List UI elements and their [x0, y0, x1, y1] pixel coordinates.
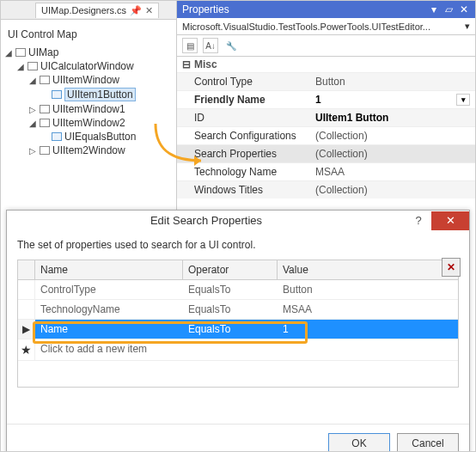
prop-row-friendlyname[interactable]: Friendly Name1▾ — [177, 90, 475, 108]
file-tab[interactable]: UIMap.Designers.cs 📌 ✕ — [35, 3, 159, 18]
properties-pane: Properties ▾ ▱ ✕ Microsoft.VisualStudio.… — [177, 1, 475, 210]
tree-node-equalsbutton[interactable]: UIEqualsButton — [40, 130, 176, 144]
table-row-selected[interactable]: ▶ Name EqualsTo 1 — [18, 320, 458, 339]
ui-control-tree: ◢UIMap ◢UICalculatorWindow ◢UIItemWindow… — [1, 44, 176, 159]
tree-node-itemwindow2[interactable]: ◢UIItemWindow2 — [28, 116, 176, 130]
edit-search-properties-dialog: Edit Search Properties ? ✕ The set of pr… — [6, 210, 470, 452]
dropdown-icon[interactable]: ▾ — [428, 3, 440, 15]
prop-row-searchconfig[interactable]: Search Configurations(Collection) — [177, 126, 475, 144]
tree-node-uimap[interactable]: ◢UIMap — [4, 46, 176, 59]
tab-filename: UIMap.Designers.cs — [41, 5, 126, 15]
table-row[interactable]: TechnologyName EqualsTo MSAA — [18, 300, 458, 320]
map-icon — [15, 48, 26, 57]
window-icon — [40, 76, 50, 84]
collapse-icon[interactable]: ◢ — [16, 62, 25, 70]
close-button[interactable]: ✕ — [431, 211, 469, 230]
window-icon — [27, 62, 38, 70]
tree-node-window[interactable]: ◢UICalculatorWindow — [16, 59, 176, 73]
prop-row-wintitles[interactable]: Windows Titles(Collection) — [177, 180, 475, 199]
column-operator[interactable]: Operator — [183, 260, 278, 279]
dialog-description: The set of properties used to search for… — [17, 239, 459, 251]
window-icon — [40, 105, 50, 113]
button-icon — [52, 132, 62, 141]
prop-row-controltype[interactable]: Control TypeButton — [177, 72, 475, 90]
dropdown-icon[interactable]: ▾ — [456, 94, 470, 106]
close-icon[interactable]: ✕ — [145, 5, 153, 16]
row-selector-icon: ▶ — [18, 320, 35, 339]
categorize-icon[interactable]: ▤ — [182, 38, 198, 53]
pin-icon[interactable]: 📌 — [130, 5, 142, 16]
collapse-icon[interactable]: ◢ — [28, 76, 37, 84]
star-icon: ★ — [21, 343, 32, 357]
properties-subtitle: Microsoft.VisualStudio.TestTools.PowerTo… — [177, 18, 475, 35]
collapse-icon[interactable]: ⊟ — [182, 58, 191, 70]
blank-icon — [40, 90, 49, 99]
close-icon[interactable]: ✕ — [458, 3, 470, 15]
delete-icon: ✕ — [447, 261, 455, 273]
sort-icon[interactable]: A↓ — [203, 38, 218, 53]
properties-grid: ⊟Misc Control TypeButton Friendly Name1▾… — [177, 57, 475, 199]
delete-button[interactable]: ✕ — [442, 258, 461, 277]
category-misc[interactable]: ⊟Misc — [177, 57, 475, 72]
window-icon — [40, 119, 50, 127]
blank-icon — [40, 132, 49, 141]
window-icon — [40, 146, 50, 155]
dialog-title-text: Edit Search Properties — [7, 211, 406, 230]
ok-button[interactable]: OK — [328, 433, 390, 452]
collapse-icon[interactable]: ◢ — [28, 119, 37, 127]
help-button[interactable]: ? — [406, 214, 431, 227]
expand-icon[interactable]: ▷ — [28, 146, 37, 155]
add-item-row[interactable]: ★ Click to add a new item — [18, 339, 458, 361]
prop-row-techname[interactable]: Technology NameMSAA — [177, 162, 475, 180]
wrench-icon[interactable]: 🔧 — [223, 38, 239, 53]
column-value[interactable]: Value — [278, 260, 458, 279]
tree-node-itemwindow[interactable]: ◢UIItemWindow — [28, 73, 176, 87]
column-name[interactable]: Name — [35, 260, 183, 279]
prop-row-searchprops[interactable]: Search Properties(Collection) — [177, 144, 475, 162]
row-header-column — [18, 260, 35, 279]
pin-icon[interactable]: ▱ — [443, 3, 455, 15]
dialog-titlebar: Edit Search Properties ? ✕ — [7, 211, 469, 230]
dialog-footer: OK Cancel — [7, 424, 469, 452]
table-row[interactable]: ControlType EqualsTo Button — [18, 280, 458, 300]
tree-node-item2window[interactable]: ▷UIItem2Window — [28, 144, 176, 157]
grid-header: Name Operator Value — [18, 260, 458, 280]
tree-node-itemwindow1[interactable]: ▷UIItemWindow1 — [28, 102, 176, 116]
prop-row-id[interactable]: IDUIItem1 Button — [177, 108, 475, 126]
cancel-button[interactable]: Cancel — [397, 433, 459, 452]
button-icon — [52, 90, 62, 99]
properties-toolbar: ▤ A↓ 🔧 — [177, 35, 475, 57]
dropdown-icon[interactable]: ▾ — [465, 21, 470, 32]
properties-title: Properties — [182, 3, 229, 15]
tree-node-item1button[interactable]: UIItem1Button — [40, 87, 176, 102]
tab-bar: UIMap.Designers.cs 📌 ✕ — [1, 1, 176, 20]
collapse-icon[interactable]: ◢ — [4, 48, 13, 57]
tree-pane: UIMap.Designers.cs 📌 ✕ UI Control Map ◢U… — [1, 1, 177, 210]
search-properties-grid: Name Operator Value ControlType EqualsTo… — [17, 260, 459, 388]
tree-title: UI Control Map — [1, 25, 176, 44]
expand-icon[interactable]: ▷ — [28, 105, 37, 113]
properties-header: Properties ▾ ▱ ✕ — [177, 1, 475, 18]
